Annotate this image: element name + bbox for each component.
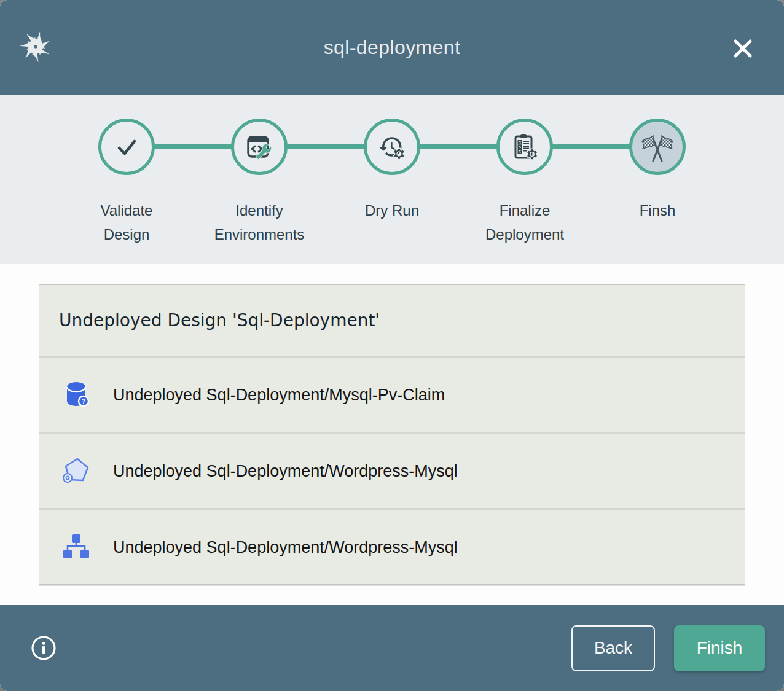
info-button[interactable] <box>29 634 58 662</box>
code-window-wrench-icon <box>243 131 275 163</box>
step-validate-design[interactable]: Validate Design <box>60 95 193 246</box>
clipboard-gear-icon <box>509 131 541 163</box>
checkered-flags-icon <box>640 129 675 165</box>
deployment-hierarchy-icon <box>61 533 91 562</box>
step-circle <box>98 119 155 175</box>
panel-header-row: Undeployed Design 'Sql-Deployment' <box>39 285 745 356</box>
dialog-header: sql-deployment <box>0 0 784 95</box>
svg-text:?: ? <box>82 397 85 405</box>
step-label: Identify Environments <box>213 198 305 246</box>
step-finalize-deployment[interactable]: Finalize Deployment <box>458 95 591 246</box>
list-item-text: Undeployed Sql-Deployment/Wordpress-Mysq… <box>113 462 458 481</box>
wizard-stepper: Validate Design Identify Environment <box>0 95 784 264</box>
step-finish[interactable]: Finsh <box>591 95 724 246</box>
step-identify-environments[interactable]: Identify Environments <box>193 95 326 246</box>
finish-button[interactable]: Finish <box>674 625 765 671</box>
list-item: Undeployed Sql-Deployment/Wordpress-Mysq… <box>39 508 745 584</box>
step-label: Validate Design <box>80 198 173 246</box>
step-label: Finalize Deployment <box>479 198 571 246</box>
step-circle-active <box>629 119 686 175</box>
step-dry-run[interactable]: Dry Run <box>326 95 458 246</box>
dialog-body: Undeployed Design 'Sql-Deployment' ? Und… <box>0 264 784 605</box>
panel-header-text: Undeployed Design 'Sql-Deployment' <box>59 310 380 330</box>
deployment-wizard-dialog: sql-deployment Validate Design <box>0 0 784 691</box>
list-item-text: Undeployed Sql-Deployment/Mysql-Pv-Claim <box>113 386 445 405</box>
service-pentagon-icon <box>61 456 91 486</box>
dialog-footer: Back Finish <box>0 605 784 691</box>
check-icon <box>111 131 143 163</box>
step-circle <box>496 119 553 175</box>
dialog-title: sql-deployment <box>324 36 461 59</box>
step-circle <box>231 119 288 175</box>
step-label: Finsh <box>640 198 676 222</box>
history-gear-icon <box>376 131 408 163</box>
close-button[interactable] <box>729 34 757 63</box>
meshery-logo-icon <box>18 29 53 64</box>
step-circle <box>364 119 420 175</box>
deployment-result-panel: Undeployed Design 'Sql-Deployment' ? Und… <box>39 284 745 585</box>
info-icon <box>29 634 58 662</box>
close-icon <box>729 34 757 63</box>
list-item-text: Undeployed Sql-Deployment/Wordpress-Mysq… <box>113 538 458 557</box>
back-button[interactable]: Back <box>571 625 655 671</box>
list-item: Undeployed Sql-Deployment/Wordpress-Mysq… <box>39 432 745 508</box>
database-icon: ? <box>61 380 91 410</box>
step-label: Dry Run <box>365 198 419 222</box>
list-item: ? Undeployed Sql-Deployment/Mysql-Pv-Cla… <box>39 356 745 432</box>
